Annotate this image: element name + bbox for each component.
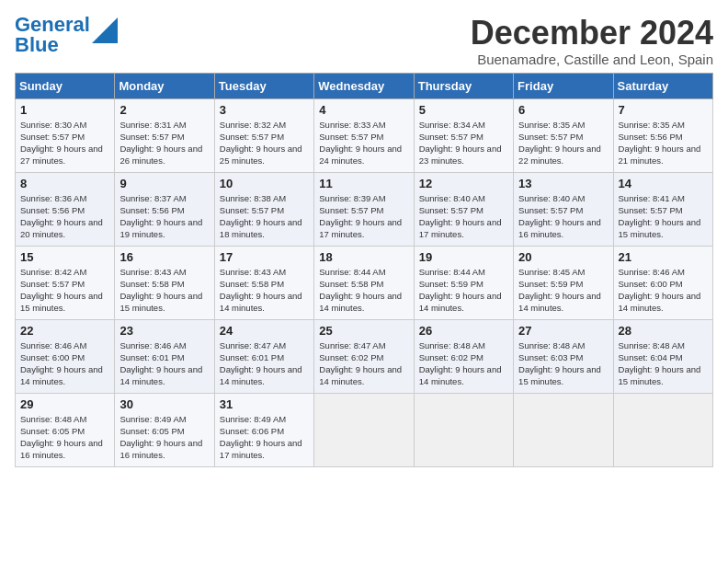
- day-detail: Sunrise: 8:46 AMSunset: 6:00 PMDaylight:…: [619, 267, 701, 314]
- day-number: 9: [119, 177, 209, 190]
- day-number: 25: [319, 324, 408, 338]
- calendar-cell: 16 Sunrise: 8:43 AMSunset: 5:58 PMDaylig…: [115, 246, 214, 319]
- calendar-cell: 14 Sunrise: 8:41 AMSunset: 5:57 PMDaylig…: [613, 172, 712, 246]
- calendar-cell: [514, 393, 613, 466]
- day-number: 10: [220, 177, 309, 190]
- calendar-cell: 10 Sunrise: 8:38 AMSunset: 5:57 PMDaylig…: [214, 172, 313, 246]
- calendar-cell: 4 Sunrise: 8:33 AMSunset: 5:57 PMDayligh…: [314, 98, 414, 172]
- day-number: 14: [619, 177, 708, 190]
- calendar-cell: 30 Sunrise: 8:49 AMSunset: 6:05 PMDaylig…: [115, 393, 214, 466]
- calendar-week-row: 15 Sunrise: 8:42 AMSunset: 5:57 PMDaylig…: [16, 246, 713, 319]
- day-number: 11: [319, 177, 408, 190]
- day-detail: Sunrise: 8:37 AMSunset: 5:56 PMDaylight:…: [119, 193, 202, 240]
- calendar-cell: 7 Sunrise: 8:35 AMSunset: 5:56 PMDayligh…: [613, 98, 712, 172]
- calendar-cell: 23 Sunrise: 8:46 AMSunset: 6:01 PMDaylig…: [115, 319, 214, 393]
- calendar-week-row: 22 Sunrise: 8:46 AMSunset: 6:00 PMDaylig…: [16, 319, 713, 393]
- day-detail: Sunrise: 8:48 AMSunset: 6:05 PMDaylight:…: [20, 414, 103, 461]
- day-detail: Sunrise: 8:39 AMSunset: 5:57 PMDaylight:…: [319, 193, 402, 240]
- day-number: 19: [419, 250, 508, 264]
- day-number: 4: [319, 103, 408, 117]
- day-number: 28: [619, 324, 708, 338]
- day-detail: Sunrise: 8:48 AMSunset: 6:03 PMDaylight:…: [518, 340, 601, 387]
- day-detail: Sunrise: 8:41 AMSunset: 5:57 PMDaylight:…: [619, 193, 701, 240]
- calendar-cell: 24 Sunrise: 8:47 AMSunset: 6:01 PMDaylig…: [214, 319, 313, 393]
- day-detail: Sunrise: 8:47 AMSunset: 6:02 PMDaylight:…: [319, 340, 402, 387]
- day-detail: Sunrise: 8:35 AMSunset: 5:56 PMDaylight:…: [619, 120, 701, 167]
- day-detail: Sunrise: 8:36 AMSunset: 5:56 PMDaylight:…: [20, 193, 103, 240]
- header-wednesday: Wednesday: [314, 73, 414, 98]
- day-detail: Sunrise: 8:46 AMSunset: 6:00 PMDaylight:…: [20, 340, 103, 387]
- day-number: 23: [119, 324, 209, 338]
- day-detail: Sunrise: 8:30 AMSunset: 5:57 PMDaylight:…: [20, 120, 103, 167]
- day-detail: Sunrise: 8:45 AMSunset: 5:59 PMDaylight:…: [518, 267, 601, 314]
- logo-icon: [92, 17, 118, 43]
- header-saturday: Saturday: [613, 73, 712, 98]
- day-detail: Sunrise: 8:33 AMSunset: 5:57 PMDaylight:…: [319, 120, 402, 167]
- day-detail: Sunrise: 8:43 AMSunset: 5:58 PMDaylight:…: [220, 267, 302, 314]
- calendar-subtitle: Buenamadre, Castille and Leon, Spain: [471, 52, 713, 67]
- day-number: 29: [20, 397, 109, 411]
- logo-text: GeneralBlue: [15, 15, 90, 55]
- day-detail: Sunrise: 8:40 AMSunset: 5:57 PMDaylight:…: [518, 193, 601, 240]
- day-detail: Sunrise: 8:40 AMSunset: 5:57 PMDaylight:…: [419, 193, 502, 240]
- day-number: 5: [419, 103, 508, 117]
- day-number: 2: [119, 103, 209, 117]
- day-number: 7: [619, 103, 708, 117]
- page-header: GeneralBlue December 2024 Buenamadre, Ca…: [15, 15, 713, 67]
- day-number: 18: [319, 250, 408, 264]
- day-detail: Sunrise: 8:48 AMSunset: 6:04 PMDaylight:…: [619, 340, 701, 387]
- day-number: 21: [619, 250, 708, 264]
- calendar-cell: 28 Sunrise: 8:48 AMSunset: 6:04 PMDaylig…: [613, 319, 712, 393]
- svg-marker-0: [92, 17, 118, 43]
- day-number: 16: [119, 250, 209, 264]
- day-detail: Sunrise: 8:49 AMSunset: 6:05 PMDaylight:…: [119, 414, 202, 461]
- header-tuesday: Tuesday: [214, 73, 313, 98]
- day-detail: Sunrise: 8:46 AMSunset: 6:01 PMDaylight:…: [119, 340, 202, 387]
- day-number: 6: [518, 103, 608, 117]
- day-detail: Sunrise: 8:42 AMSunset: 5:57 PMDaylight:…: [20, 267, 103, 314]
- calendar-cell: 13 Sunrise: 8:40 AMSunset: 5:57 PMDaylig…: [514, 172, 613, 246]
- day-number: 20: [518, 250, 608, 264]
- day-number: 3: [220, 103, 309, 117]
- calendar-cell: 25 Sunrise: 8:47 AMSunset: 6:02 PMDaylig…: [314, 319, 414, 393]
- calendar-header-row: SundayMondayTuesdayWednesdayThursdayFrid…: [16, 73, 713, 98]
- calendar-cell: 6 Sunrise: 8:35 AMSunset: 5:57 PMDayligh…: [514, 98, 613, 172]
- day-number: 30: [119, 397, 209, 411]
- day-detail: Sunrise: 8:44 AMSunset: 5:58 PMDaylight:…: [319, 267, 402, 314]
- calendar-cell: 9 Sunrise: 8:37 AMSunset: 5:56 PMDayligh…: [115, 172, 214, 246]
- calendar-cell: 15 Sunrise: 8:42 AMSunset: 5:57 PMDaylig…: [16, 246, 115, 319]
- day-number: 1: [20, 103, 109, 117]
- calendar-cell: 19 Sunrise: 8:44 AMSunset: 5:59 PMDaylig…: [414, 246, 513, 319]
- calendar-cell: 18 Sunrise: 8:44 AMSunset: 5:58 PMDaylig…: [314, 246, 414, 319]
- day-detail: Sunrise: 8:44 AMSunset: 5:59 PMDaylight:…: [419, 267, 502, 314]
- day-number: 17: [220, 250, 309, 264]
- calendar-cell: 27 Sunrise: 8:48 AMSunset: 6:03 PMDaylig…: [514, 319, 613, 393]
- logo: GeneralBlue: [15, 15, 118, 55]
- day-detail: Sunrise: 8:32 AMSunset: 5:57 PMDaylight:…: [220, 120, 302, 167]
- day-detail: Sunrise: 8:34 AMSunset: 5:57 PMDaylight:…: [419, 120, 502, 167]
- day-detail: Sunrise: 8:31 AMSunset: 5:57 PMDaylight:…: [119, 120, 202, 167]
- day-number: 26: [419, 324, 508, 338]
- header-monday: Monday: [115, 73, 214, 98]
- calendar-cell: 1 Sunrise: 8:30 AMSunset: 5:57 PMDayligh…: [16, 98, 115, 172]
- calendar-title: December 2024: [471, 15, 713, 52]
- calendar-cell: 12 Sunrise: 8:40 AMSunset: 5:57 PMDaylig…: [414, 172, 513, 246]
- header-sunday: Sunday: [16, 73, 115, 98]
- calendar-cell: [414, 393, 513, 466]
- calendar-cell: [613, 393, 712, 466]
- day-number: 27: [518, 324, 608, 338]
- header-thursday: Thursday: [414, 73, 513, 98]
- calendar-cell: 29 Sunrise: 8:48 AMSunset: 6:05 PMDaylig…: [16, 393, 115, 466]
- calendar-week-row: 8 Sunrise: 8:36 AMSunset: 5:56 PMDayligh…: [16, 172, 713, 246]
- day-number: 8: [20, 177, 109, 190]
- calendar-week-row: 29 Sunrise: 8:48 AMSunset: 6:05 PMDaylig…: [16, 393, 713, 466]
- day-number: 13: [518, 177, 608, 190]
- day-detail: Sunrise: 8:48 AMSunset: 6:02 PMDaylight:…: [419, 340, 502, 387]
- day-detail: Sunrise: 8:43 AMSunset: 5:58 PMDaylight:…: [119, 267, 202, 314]
- calendar-week-row: 1 Sunrise: 8:30 AMSunset: 5:57 PMDayligh…: [16, 98, 713, 172]
- calendar-cell: 26 Sunrise: 8:48 AMSunset: 6:02 PMDaylig…: [414, 319, 513, 393]
- day-detail: Sunrise: 8:35 AMSunset: 5:57 PMDaylight:…: [518, 120, 601, 167]
- calendar-cell: 2 Sunrise: 8:31 AMSunset: 5:57 PMDayligh…: [115, 98, 214, 172]
- calendar-cell: 8 Sunrise: 8:36 AMSunset: 5:56 PMDayligh…: [16, 172, 115, 246]
- day-detail: Sunrise: 8:47 AMSunset: 6:01 PMDaylight:…: [220, 340, 302, 387]
